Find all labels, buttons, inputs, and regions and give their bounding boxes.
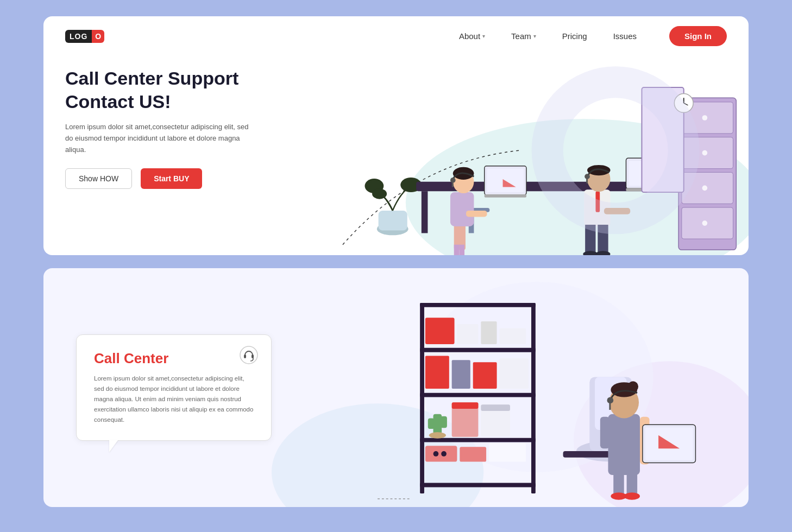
logo: LOGO — [65, 30, 104, 43]
section2-illustration — [272, 268, 749, 507]
logo-text: LOG — [65, 30, 92, 43]
svg-rect-82 — [452, 402, 479, 409]
svg-rect-74 — [473, 362, 497, 389]
nav-issues[interactable]: Issues — [613, 31, 637, 41]
svg-rect-12 — [459, 245, 464, 255]
svg-rect-69 — [457, 324, 478, 344]
hero-illustration — [304, 56, 749, 255]
svg-rect-73 — [452, 360, 470, 389]
section-callcenter: Call Center Lorem ipsum dolor sit amet,c… — [43, 268, 749, 507]
hero-subtitle: Lorem ipsum dolor sit amet,consectetur a… — [65, 122, 250, 155]
svg-point-29 — [587, 165, 610, 175]
svg-rect-31 — [586, 178, 588, 183]
nav-pricing[interactable]: Pricing — [562, 31, 587, 41]
nav-about[interactable]: About ▾ — [459, 31, 485, 41]
section-hero: LOGO About ▾ Team ▾ Pricing Issues Sign … — [43, 16, 749, 255]
svg-rect-68 — [425, 318, 455, 344]
svg-point-79 — [429, 432, 446, 439]
svg-point-47 — [702, 150, 708, 156]
svg-point-86 — [441, 451, 447, 457]
svg-rect-87 — [460, 447, 486, 461]
svg-point-55 — [240, 346, 257, 364]
svg-rect-83 — [481, 404, 510, 411]
svg-rect-16 — [450, 192, 474, 226]
card-text: Lorem ipsum dolor sit amet,consectetur a… — [94, 373, 254, 425]
svg-rect-21 — [466, 211, 487, 217]
svg-rect-63 — [420, 303, 536, 307]
hero-text: Call Center Support Contact US! Lorem ip… — [43, 56, 304, 255]
svg-rect-76 — [433, 414, 442, 434]
svg-point-49 — [702, 220, 708, 226]
svg-rect-77 — [428, 419, 435, 429]
chat-card: Call Center Lorem ipsum dolor sit amet,c… — [76, 334, 272, 441]
svg-rect-78 — [441, 416, 447, 428]
chevron-down-icon: ▾ — [533, 33, 536, 39]
svg-point-48 — [702, 186, 708, 191]
svg-rect-72 — [425, 356, 449, 388]
svg-rect-64 — [420, 348, 536, 352]
hero-buttons: Show HOW Start BUY — [65, 168, 282, 189]
svg-rect-70 — [481, 321, 496, 344]
svg-rect-88 — [489, 443, 526, 461]
svg-point-96 — [624, 492, 640, 500]
start-buy-button[interactable]: Start BUY — [141, 168, 202, 189]
svg-rect-104 — [609, 402, 611, 410]
svg-point-102 — [628, 381, 639, 392]
svg-rect-65 — [420, 393, 536, 397]
svg-rect-13 — [454, 245, 460, 255]
svg-rect-66 — [420, 438, 536, 442]
card-title: Call Center — [94, 350, 254, 367]
svg-rect-71 — [499, 328, 526, 344]
svg-rect-75 — [499, 358, 529, 389]
svg-rect-7 — [422, 191, 428, 233]
svg-rect-23 — [485, 194, 526, 198]
svg-point-85 — [433, 451, 439, 457]
nav-team[interactable]: Team ▾ — [511, 31, 536, 41]
hero-title: Call Center Support Contact US! — [65, 67, 282, 113]
svg-rect-62 — [531, 303, 536, 493]
svg-rect-20 — [452, 182, 454, 187]
chevron-down-icon: ▾ — [482, 33, 485, 39]
svg-point-5 — [372, 188, 387, 199]
logo-o: O — [92, 30, 104, 43]
show-how-button[interactable]: Show HOW — [65, 168, 132, 189]
svg-rect-67 — [420, 483, 536, 487]
navbar: LOGO About ▾ Team ▾ Pricing Issues Sign … — [43, 16, 749, 56]
headset-icon — [240, 346, 258, 366]
hero-area: Call Center Support Contact US! Lorem ip… — [43, 56, 749, 255]
svg-rect-61 — [420, 303, 424, 493]
svg-rect-24 — [487, 169, 524, 192]
svg-rect-98 — [600, 417, 610, 449]
svg-rect-2 — [379, 211, 407, 231]
svg-point-46 — [702, 115, 708, 121]
svg-rect-97 — [608, 414, 640, 475]
signin-button[interactable]: Sign In — [669, 26, 727, 46]
svg-rect-56 — [244, 354, 246, 358]
nav-links: About ▾ Team ▾ Pricing Issues — [459, 31, 637, 41]
